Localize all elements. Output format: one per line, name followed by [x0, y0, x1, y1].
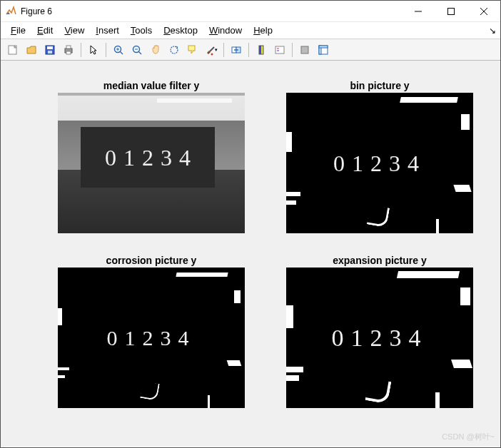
legend-button[interactable]: [271, 41, 288, 58]
matlab-icon: [5, 6, 16, 17]
watermark-text: CSDN @树叶~: [442, 432, 495, 442]
svg-rect-30: [301, 46, 308, 54]
maximize-button[interactable]: [435, 1, 467, 22]
menu-view[interactable]: View: [59, 24, 90, 37]
subplot-1-title: median value filter y: [58, 80, 245, 91]
print-button[interactable]: [60, 41, 77, 58]
svg-rect-19: [188, 46, 195, 51]
svg-point-21: [211, 53, 213, 55]
toolbar-separator: [248, 43, 249, 57]
colorbar-button[interactable]: [253, 41, 270, 58]
subplot-4-axes[interactable]: 01234: [286, 268, 473, 408]
new-figure-button[interactable]: [4, 41, 21, 58]
pointer-button[interactable]: [85, 41, 102, 58]
digits-text: 01234: [107, 326, 196, 350]
subplot-2-axes[interactable]: 01234: [286, 93, 473, 233]
open-button[interactable]: [23, 41, 40, 58]
save-button[interactable]: [41, 41, 59, 58]
rotate-button[interactable]: [166, 41, 183, 58]
svg-rect-7: [48, 51, 52, 54]
toolbar-separator: [223, 43, 224, 57]
zoom-out-button[interactable]: [128, 41, 146, 58]
show-tools-button[interactable]: [315, 41, 332, 58]
menu-tools[interactable]: Tools: [125, 24, 158, 37]
menu-file[interactable]: File: [5, 24, 31, 37]
toolbar-separator: [106, 43, 106, 57]
svg-rect-1: [448, 8, 455, 14]
subplot-4-title: expansion picture y: [286, 255, 473, 266]
svg-rect-33: [319, 46, 328, 48]
toolbar: ▾: [1, 39, 500, 61]
grayscale-image: 01234: [58, 93, 245, 233]
figure-canvas: median value filter y 01234 bin picture …: [1, 61, 500, 447]
menu-insert[interactable]: Insert: [90, 24, 125, 37]
toolbar-separator: [81, 43, 81, 57]
zoom-in-button[interactable]: [110, 41, 127, 58]
svg-rect-10: [66, 51, 71, 54]
digits-text: 01234: [332, 325, 428, 352]
svg-point-18: [171, 46, 178, 54]
menubar: File Edit View Insert Tools Desktop Wind…: [1, 22, 500, 39]
dock-arrow-icon[interactable]: ↘: [489, 26, 496, 36]
menu-desktop[interactable]: Desktop: [158, 24, 203, 37]
close-button[interactable]: [467, 1, 500, 22]
svg-rect-6: [47, 46, 53, 49]
titlebar: Figure 6: [1, 1, 500, 22]
subplot-1-axes[interactable]: 01234: [58, 93, 245, 233]
subplot-3-title: corrosion picture y: [58, 255, 245, 266]
link-button[interactable]: [228, 41, 245, 58]
brush-button[interactable]: ▾: [203, 41, 220, 58]
svg-line-12: [120, 51, 123, 54]
subplot-3-axes[interactable]: 01234: [58, 268, 245, 408]
subplot-2-title: bin picture y: [286, 80, 473, 91]
toolbar-separator: [292, 43, 293, 57]
datatip-button[interactable]: [184, 41, 201, 58]
menu-window[interactable]: Window: [203, 24, 248, 37]
digits-text: 01234: [333, 150, 426, 176]
window-title: Figure 6: [21, 6, 402, 16]
minimize-button[interactable]: [402, 1, 435, 22]
digits-text: 01234: [105, 144, 198, 170]
pan-button[interactable]: [147, 41, 164, 58]
hide-tools-button[interactable]: [296, 41, 313, 58]
svg-line-20: [210, 47, 214, 51]
svg-line-16: [138, 51, 141, 54]
menu-help[interactable]: Help: [248, 24, 278, 37]
menu-edit[interactable]: Edit: [31, 24, 59, 37]
svg-rect-27: [275, 46, 284, 54]
svg-rect-9: [66, 46, 71, 49]
